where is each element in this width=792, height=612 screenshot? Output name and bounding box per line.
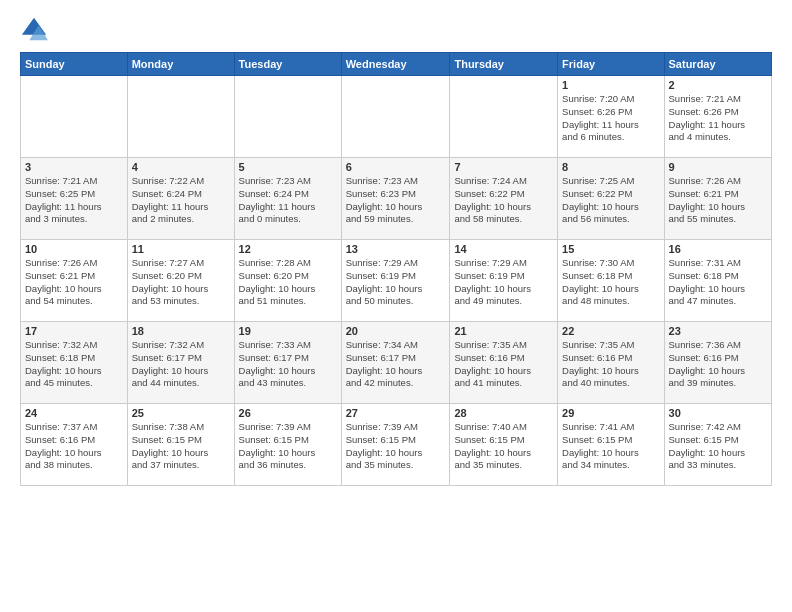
calendar-cell: 3Sunrise: 7:21 AM Sunset: 6:25 PM Daylig… (21, 158, 128, 240)
calendar-cell: 18Sunrise: 7:32 AM Sunset: 6:17 PM Dayli… (127, 322, 234, 404)
calendar-cell: 30Sunrise: 7:42 AM Sunset: 6:15 PM Dayli… (664, 404, 771, 486)
day-number: 18 (132, 325, 230, 337)
calendar-day-header: Thursday (450, 53, 558, 76)
calendar-week-row: 1Sunrise: 7:20 AM Sunset: 6:26 PM Daylig… (21, 76, 772, 158)
day-info: Sunrise: 7:35 AM Sunset: 6:16 PM Dayligh… (562, 339, 659, 390)
day-number: 20 (346, 325, 446, 337)
day-info: Sunrise: 7:30 AM Sunset: 6:18 PM Dayligh… (562, 257, 659, 308)
day-info: Sunrise: 7:27 AM Sunset: 6:20 PM Dayligh… (132, 257, 230, 308)
calendar-cell (127, 76, 234, 158)
calendar-cell: 21Sunrise: 7:35 AM Sunset: 6:16 PM Dayli… (450, 322, 558, 404)
day-number: 1 (562, 79, 659, 91)
day-info: Sunrise: 7:40 AM Sunset: 6:15 PM Dayligh… (454, 421, 553, 472)
calendar-header-row: SundayMondayTuesdayWednesdayThursdayFrid… (21, 53, 772, 76)
day-number: 8 (562, 161, 659, 173)
logo-icon (20, 16, 48, 44)
calendar-cell: 12Sunrise: 7:28 AM Sunset: 6:20 PM Dayli… (234, 240, 341, 322)
calendar-cell: 13Sunrise: 7:29 AM Sunset: 6:19 PM Dayli… (341, 240, 450, 322)
calendar: SundayMondayTuesdayWednesdayThursdayFrid… (20, 52, 772, 486)
day-number: 27 (346, 407, 446, 419)
calendar-week-row: 3Sunrise: 7:21 AM Sunset: 6:25 PM Daylig… (21, 158, 772, 240)
day-info: Sunrise: 7:25 AM Sunset: 6:22 PM Dayligh… (562, 175, 659, 226)
calendar-week-row: 17Sunrise: 7:32 AM Sunset: 6:18 PM Dayli… (21, 322, 772, 404)
day-info: Sunrise: 7:32 AM Sunset: 6:18 PM Dayligh… (25, 339, 123, 390)
calendar-cell: 20Sunrise: 7:34 AM Sunset: 6:17 PM Dayli… (341, 322, 450, 404)
day-number: 10 (25, 243, 123, 255)
calendar-cell (341, 76, 450, 158)
calendar-cell (21, 76, 128, 158)
calendar-cell: 22Sunrise: 7:35 AM Sunset: 6:16 PM Dayli… (558, 322, 664, 404)
day-number: 16 (669, 243, 767, 255)
day-info: Sunrise: 7:39 AM Sunset: 6:15 PM Dayligh… (346, 421, 446, 472)
day-number: 17 (25, 325, 123, 337)
day-number: 15 (562, 243, 659, 255)
day-info: Sunrise: 7:37 AM Sunset: 6:16 PM Dayligh… (25, 421, 123, 472)
day-info: Sunrise: 7:39 AM Sunset: 6:15 PM Dayligh… (239, 421, 337, 472)
calendar-day-header: Sunday (21, 53, 128, 76)
day-number: 14 (454, 243, 553, 255)
calendar-cell: 24Sunrise: 7:37 AM Sunset: 6:16 PM Dayli… (21, 404, 128, 486)
calendar-cell: 29Sunrise: 7:41 AM Sunset: 6:15 PM Dayli… (558, 404, 664, 486)
day-info: Sunrise: 7:34 AM Sunset: 6:17 PM Dayligh… (346, 339, 446, 390)
day-number: 19 (239, 325, 337, 337)
calendar-week-row: 24Sunrise: 7:37 AM Sunset: 6:16 PM Dayli… (21, 404, 772, 486)
calendar-cell: 11Sunrise: 7:27 AM Sunset: 6:20 PM Dayli… (127, 240, 234, 322)
day-info: Sunrise: 7:38 AM Sunset: 6:15 PM Dayligh… (132, 421, 230, 472)
calendar-cell: 2Sunrise: 7:21 AM Sunset: 6:26 PM Daylig… (664, 76, 771, 158)
day-number: 6 (346, 161, 446, 173)
calendar-week-row: 10Sunrise: 7:26 AM Sunset: 6:21 PM Dayli… (21, 240, 772, 322)
calendar-cell: 17Sunrise: 7:32 AM Sunset: 6:18 PM Dayli… (21, 322, 128, 404)
day-number: 12 (239, 243, 337, 255)
calendar-cell: 6Sunrise: 7:23 AM Sunset: 6:23 PM Daylig… (341, 158, 450, 240)
day-info: Sunrise: 7:23 AM Sunset: 6:24 PM Dayligh… (239, 175, 337, 226)
calendar-cell (450, 76, 558, 158)
calendar-cell: 19Sunrise: 7:33 AM Sunset: 6:17 PM Dayli… (234, 322, 341, 404)
calendar-cell: 4Sunrise: 7:22 AM Sunset: 6:24 PM Daylig… (127, 158, 234, 240)
calendar-cell: 25Sunrise: 7:38 AM Sunset: 6:15 PM Dayli… (127, 404, 234, 486)
calendar-cell: 23Sunrise: 7:36 AM Sunset: 6:16 PM Dayli… (664, 322, 771, 404)
day-info: Sunrise: 7:42 AM Sunset: 6:15 PM Dayligh… (669, 421, 767, 472)
calendar-day-header: Wednesday (341, 53, 450, 76)
day-number: 23 (669, 325, 767, 337)
day-number: 24 (25, 407, 123, 419)
page: SundayMondayTuesdayWednesdayThursdayFrid… (0, 0, 792, 612)
day-info: Sunrise: 7:22 AM Sunset: 6:24 PM Dayligh… (132, 175, 230, 226)
calendar-day-header: Saturday (664, 53, 771, 76)
day-number: 13 (346, 243, 446, 255)
logo (20, 16, 54, 44)
day-number: 2 (669, 79, 767, 91)
calendar-cell: 26Sunrise: 7:39 AM Sunset: 6:15 PM Dayli… (234, 404, 341, 486)
day-info: Sunrise: 7:21 AM Sunset: 6:25 PM Dayligh… (25, 175, 123, 226)
day-number: 9 (669, 161, 767, 173)
day-number: 3 (25, 161, 123, 173)
day-info: Sunrise: 7:33 AM Sunset: 6:17 PM Dayligh… (239, 339, 337, 390)
header (20, 16, 772, 44)
day-number: 22 (562, 325, 659, 337)
day-info: Sunrise: 7:20 AM Sunset: 6:26 PM Dayligh… (562, 93, 659, 144)
day-number: 29 (562, 407, 659, 419)
calendar-day-header: Tuesday (234, 53, 341, 76)
day-info: Sunrise: 7:26 AM Sunset: 6:21 PM Dayligh… (25, 257, 123, 308)
day-info: Sunrise: 7:32 AM Sunset: 6:17 PM Dayligh… (132, 339, 230, 390)
calendar-cell: 14Sunrise: 7:29 AM Sunset: 6:19 PM Dayli… (450, 240, 558, 322)
calendar-cell (234, 76, 341, 158)
day-number: 25 (132, 407, 230, 419)
day-number: 26 (239, 407, 337, 419)
day-number: 30 (669, 407, 767, 419)
day-number: 5 (239, 161, 337, 173)
day-info: Sunrise: 7:26 AM Sunset: 6:21 PM Dayligh… (669, 175, 767, 226)
day-info: Sunrise: 7:21 AM Sunset: 6:26 PM Dayligh… (669, 93, 767, 144)
calendar-cell: 10Sunrise: 7:26 AM Sunset: 6:21 PM Dayli… (21, 240, 128, 322)
calendar-cell: 28Sunrise: 7:40 AM Sunset: 6:15 PM Dayli… (450, 404, 558, 486)
day-info: Sunrise: 7:28 AM Sunset: 6:20 PM Dayligh… (239, 257, 337, 308)
day-info: Sunrise: 7:36 AM Sunset: 6:16 PM Dayligh… (669, 339, 767, 390)
calendar-cell: 1Sunrise: 7:20 AM Sunset: 6:26 PM Daylig… (558, 76, 664, 158)
calendar-cell: 16Sunrise: 7:31 AM Sunset: 6:18 PM Dayli… (664, 240, 771, 322)
day-number: 11 (132, 243, 230, 255)
day-info: Sunrise: 7:24 AM Sunset: 6:22 PM Dayligh… (454, 175, 553, 226)
calendar-cell: 5Sunrise: 7:23 AM Sunset: 6:24 PM Daylig… (234, 158, 341, 240)
day-number: 4 (132, 161, 230, 173)
day-number: 28 (454, 407, 553, 419)
day-info: Sunrise: 7:41 AM Sunset: 6:15 PM Dayligh… (562, 421, 659, 472)
calendar-cell: 7Sunrise: 7:24 AM Sunset: 6:22 PM Daylig… (450, 158, 558, 240)
